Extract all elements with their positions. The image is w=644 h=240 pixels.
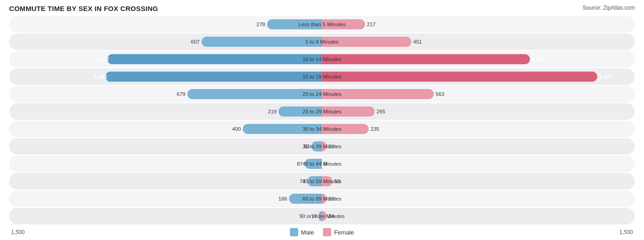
left-section: 166: [9, 190, 322, 207]
left-section: 400: [9, 121, 322, 137]
value-male: 166: [278, 196, 287, 201]
value-female: 265: [377, 109, 385, 114]
bar-female: [322, 141, 327, 151]
bar-male: [319, 211, 322, 221]
right-section: 53: [322, 173, 635, 190]
bar-row: 40023530 to 34 Minutes: [9, 121, 635, 137]
bar-row: 172490 or more Minutes: [9, 208, 635, 224]
bar-female: [322, 37, 411, 47]
bar-female: [322, 124, 369, 134]
bar-male: [107, 54, 322, 64]
value-female: 23: [328, 144, 334, 149]
bar-row: 6074515 to 9 Minutes: [9, 33, 635, 50]
bar-male: [187, 89, 322, 99]
chart-area: 278217Less than 5 Minutes6074515 to 9 Mi…: [9, 16, 635, 224]
left-section: 1,082: [9, 51, 322, 67]
value-female: 235: [371, 126, 379, 132]
axis-label-left: 1,500: [11, 229, 25, 235]
value-female: 217: [367, 22, 376, 27]
value-male: 400: [232, 126, 241, 132]
left-section: 17: [9, 208, 322, 224]
bar-male: [267, 19, 322, 29]
bar-female: [322, 72, 597, 82]
value-male: 1,092: [94, 74, 107, 79]
bar-male: [311, 141, 322, 151]
right-section: 24: [322, 208, 635, 224]
right-section: 23: [322, 190, 635, 207]
value-female: 0: [324, 161, 327, 167]
right-section: 451: [322, 33, 635, 50]
bar-female: [322, 176, 333, 186]
value-male: 87: [297, 161, 303, 167]
left-section: 73: [9, 173, 322, 190]
bar-male: [305, 159, 322, 169]
axis-label-right: 1,500: [619, 229, 633, 235]
right-section: 1,386: [322, 68, 635, 85]
chart-header: COMMUTE TIME BY SEX IN FOX CROSSING Sour…: [9, 5, 635, 12]
value-female: 1,386: [599, 74, 612, 79]
bar-row: 735345 to 59 Minutes: [9, 173, 635, 190]
value-male: 53: [304, 144, 310, 149]
value-male: 607: [191, 39, 200, 45]
right-section: 0: [322, 156, 635, 172]
bar-female: [322, 19, 365, 29]
bar-row: 532335 to 39 Minutes: [9, 138, 635, 155]
right-section: 23: [322, 138, 635, 155]
male-swatch: [290, 228, 298, 236]
value-female: 1,047: [532, 56, 545, 62]
value-male: 1,082: [96, 56, 109, 62]
bar-male: [278, 106, 322, 117]
left-section: 1,092: [9, 68, 322, 85]
bar-female: [322, 89, 434, 99]
right-section: 217: [322, 16, 635, 33]
right-section: 563: [322, 86, 635, 102]
bar-row: 21926525 to 29 Minutes: [9, 103, 635, 120]
legend-female: Female: [323, 228, 354, 236]
left-section: 87: [9, 156, 322, 172]
bar-row: 67956320 to 24 Minutes: [9, 86, 635, 102]
male-label: Male: [301, 229, 314, 236]
bar-row: 1662360 to 89 Minutes: [9, 190, 635, 207]
source-text: Source: ZipAtlas.com: [583, 5, 635, 11]
left-section: 278: [9, 16, 322, 33]
value-female: 451: [413, 39, 422, 45]
bar-row: 1,0821,04710 to 14 Minutes: [9, 51, 635, 67]
left-section: 607: [9, 33, 322, 50]
value-male: 219: [268, 109, 277, 114]
bar-male: [243, 124, 322, 134]
bar-row: 278217Less than 5 Minutes: [9, 16, 635, 33]
value-male: 679: [177, 91, 186, 97]
value-female: 23: [328, 196, 334, 201]
bar-female: [322, 106, 375, 117]
bar-female: [322, 54, 530, 64]
female-label: Female: [334, 229, 354, 236]
left-section: 219: [9, 103, 322, 120]
left-section: 53: [9, 138, 322, 155]
value-male: 73: [300, 179, 306, 184]
right-section: 1,047: [322, 51, 635, 67]
bar-male: [289, 194, 322, 204]
chart-title: COMMUTE TIME BY SEX IN FOX CROSSING: [9, 5, 158, 12]
female-swatch: [323, 228, 331, 236]
legend-items: Male Female: [290, 228, 354, 236]
value-female: 24: [328, 213, 334, 219]
value-male: 17: [311, 213, 317, 219]
right-section: 235: [322, 121, 635, 137]
legend-row: 1,500 Male Female 1,500: [9, 228, 635, 236]
left-section: 679: [9, 86, 322, 102]
bar-female: [322, 211, 327, 221]
bar-male: [202, 37, 322, 47]
bar-male: [307, 176, 322, 186]
bar-row: 1,0921,38615 to 19 Minutes: [9, 68, 635, 85]
value-female: 53: [334, 179, 340, 184]
right-section: 265: [322, 103, 635, 120]
bar-row: 87040 to 44 Minutes: [9, 156, 635, 172]
value-female: 563: [436, 91, 444, 97]
value-male: 278: [257, 22, 265, 27]
bar-male: [105, 72, 322, 82]
legend-male: Male: [290, 228, 314, 236]
bar-female: [322, 194, 327, 204]
